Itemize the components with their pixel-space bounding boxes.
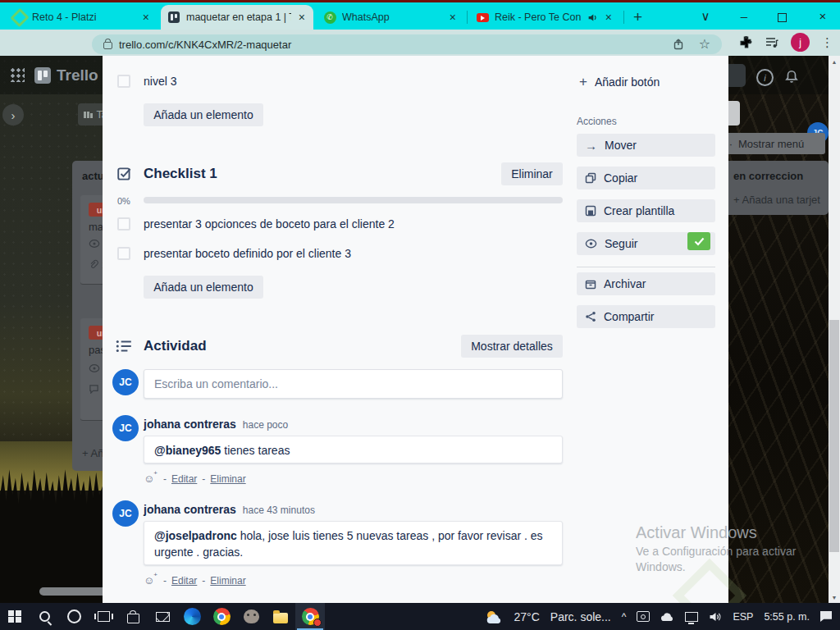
checkbox-item-2[interactable] xyxy=(117,247,130,260)
template-icon xyxy=(585,205,596,217)
cortana-icon[interactable] xyxy=(59,603,89,630)
extensions-icon[interactable] xyxy=(739,35,753,49)
close-tab-icon[interactable]: × xyxy=(141,11,151,23)
close-tab-icon[interactable]: × xyxy=(448,11,458,23)
move-button[interactable]: → Mover xyxy=(577,134,715,157)
tab-title: maquetar en etapa 1 | T xyxy=(186,11,291,23)
info-icon[interactable]: i xyxy=(756,69,774,86)
delete-checklist-button[interactable]: Eliminar xyxy=(501,162,563,185)
checkbox-nivel3[interactable] xyxy=(117,75,130,88)
add-button-button[interactable]: + Añadir botón xyxy=(579,74,660,90)
comment-body: @joselpadronc hola, jose luis tienes 5 n… xyxy=(144,521,563,565)
minimize-button[interactable]: – xyxy=(732,9,756,23)
arrow-right-icon: → xyxy=(585,139,597,153)
mention: @joselpadronc xyxy=(154,529,237,542)
file-explorer-icon[interactable] xyxy=(266,603,295,630)
sidebar-expand-button[interactable]: › xyxy=(2,104,24,126)
add-reaction-icon[interactable]: ☺+ xyxy=(144,574,158,587)
checkbox-item-1[interactable] xyxy=(117,217,130,231)
page-scrollbar[interactable]: ▲ ▼ xyxy=(829,56,840,603)
edit-comment-link[interactable]: Editar xyxy=(171,575,197,587)
tab-whatsapp[interactable]: ✆ WhatsApp × xyxy=(317,5,464,30)
bookmark-star-icon[interactable]: ☆ xyxy=(699,38,710,51)
lock-icon[interactable] xyxy=(103,42,112,49)
tab-title: Reto 4 - Platzi xyxy=(32,11,135,23)
delete-comment-link[interactable]: Eliminar xyxy=(210,575,245,587)
scrollbar-thumb[interactable] xyxy=(829,320,839,552)
check-icon xyxy=(694,237,705,246)
url-text: trello.com/c/KNK4CxMR/2-maquetar xyxy=(119,39,291,51)
avatar: JC xyxy=(112,500,139,527)
chrome-icon[interactable] xyxy=(207,603,236,630)
tab-search-chevron-icon[interactable]: ∨ xyxy=(693,9,718,24)
profile-avatar[interactable]: j xyxy=(791,33,810,52)
notifications-bell-icon[interactable] xyxy=(784,69,799,84)
chrome-active-icon[interactable] xyxy=(295,603,325,630)
start-button[interactable] xyxy=(0,603,30,630)
action-center-icon[interactable] xyxy=(820,611,832,622)
watching-check-button[interactable] xyxy=(687,232,710,250)
plus-icon: + xyxy=(733,194,740,206)
plus-icon: + xyxy=(579,74,587,90)
tab-audio-icon[interactable] xyxy=(587,12,598,23)
add-item-button[interactable]: Añada un elemento xyxy=(144,276,263,299)
maximize-button[interactable] xyxy=(778,13,787,22)
add-reaction-icon[interactable]: ☺+ xyxy=(144,472,158,485)
actions-label: Acciones xyxy=(577,116,617,127)
weather-desc[interactable]: Parc. sole... xyxy=(550,610,611,623)
avatar: JC xyxy=(112,369,139,395)
tab-reto4-platzi[interactable]: Reto 4 - Platzi × xyxy=(7,5,158,30)
mail-icon[interactable] xyxy=(148,603,177,630)
tab-youtube[interactable]: Reik - Pero Te Con × xyxy=(469,5,620,30)
copy-button[interactable]: Copiar xyxy=(577,167,715,189)
notification-badge xyxy=(313,619,322,627)
delete-comment-link[interactable]: Eliminar xyxy=(210,473,245,485)
browser-menu-icon[interactable]: ⋮ xyxy=(821,35,833,50)
weather-icon[interactable] xyxy=(484,609,504,625)
onedrive-icon[interactable] xyxy=(660,612,674,622)
eye-icon xyxy=(585,239,597,249)
trello-logo[interactable]: Trello xyxy=(34,66,98,84)
tab-title: Reik - Pero Te Con xyxy=(495,11,582,23)
activity-title: Actividad xyxy=(144,338,207,354)
close-tab-icon[interactable]: × xyxy=(297,11,307,23)
scroll-down-arrow[interactable]: ▼ xyxy=(829,591,840,603)
edge-icon[interactable] xyxy=(177,603,207,630)
comment-input[interactable] xyxy=(144,369,563,399)
activate-windows-watermark-line3: Windows. xyxy=(636,560,686,573)
add-card-button[interactable]: + Añada una tarjet xyxy=(733,194,820,206)
show-menu-button[interactable]: ··· Mostrar menú xyxy=(714,133,825,154)
media-controls-icon[interactable] xyxy=(765,36,779,49)
search-icon[interactable] xyxy=(30,603,59,630)
make-template-button[interactable]: Crear plantilla xyxy=(577,199,715,222)
weather-temp[interactable]: 27°C xyxy=(514,610,540,623)
new-tab-button[interactable]: + xyxy=(633,8,642,26)
task-view-icon[interactable] xyxy=(89,603,118,630)
activity-icon xyxy=(115,338,133,354)
add-item-button[interactable]: Añada un elemento xyxy=(144,103,263,126)
archive-button[interactable]: Archivar xyxy=(577,272,715,295)
microsoft-store-icon[interactable] xyxy=(118,603,148,630)
share-icon[interactable] xyxy=(673,38,686,51)
language-indicator[interactable]: ESP xyxy=(733,611,753,623)
tab-trello-active[interactable]: maquetar en etapa 1 | T × xyxy=(161,5,313,30)
activate-windows-watermark-line2: Ve a Configuración para activar xyxy=(636,545,796,558)
tab-separator xyxy=(623,11,624,24)
share-button[interactable]: Compartir xyxy=(577,305,715,328)
clock[interactable]: 5:55 p. m. xyxy=(764,611,810,623)
gimp-icon[interactable] xyxy=(236,603,266,630)
address-bar[interactable]: trello.com/c/KNK4CxMR/2-maquetar ☆ xyxy=(92,34,722,54)
cast-icon[interactable] xyxy=(637,611,650,622)
close-window-button[interactable]: × xyxy=(810,9,835,23)
trello-icon xyxy=(167,11,180,24)
tray-expand-icon[interactable]: ^ xyxy=(622,611,627,623)
apps-grid-icon[interactable] xyxy=(10,67,25,82)
scroll-up-arrow[interactable]: ▲ xyxy=(829,56,840,67)
comment-time: hace poco xyxy=(243,419,288,431)
network-icon[interactable] xyxy=(685,612,698,622)
close-tab-icon[interactable]: × xyxy=(604,11,614,23)
volume-icon[interactable] xyxy=(709,611,722,623)
edit-comment-link[interactable]: Editar xyxy=(171,473,197,485)
board-view-icon xyxy=(84,112,93,118)
show-details-button[interactable]: Mostrar detalles xyxy=(461,335,563,358)
